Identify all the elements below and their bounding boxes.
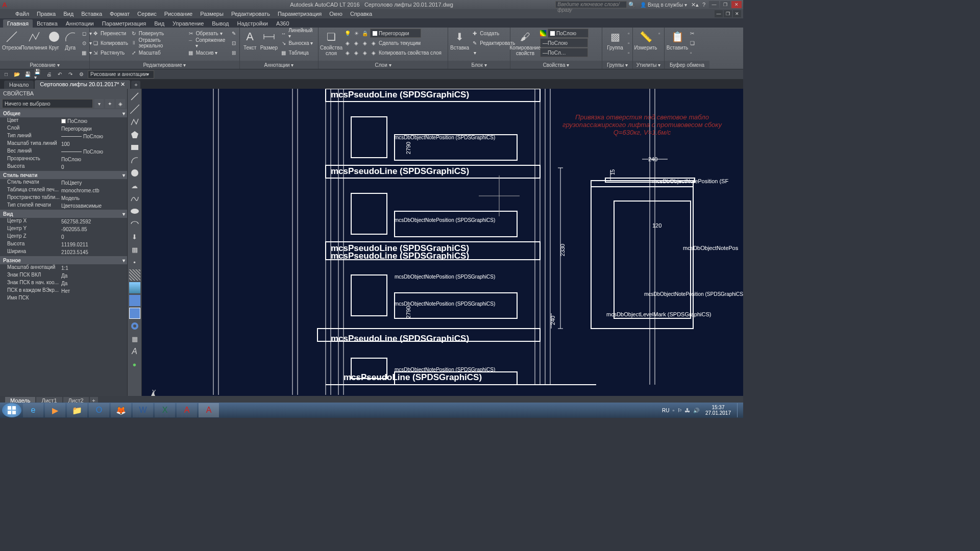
menu-insert[interactable]: Вставка <box>81 11 102 17</box>
array-button[interactable]: ▦Массив ▾ <box>187 48 228 57</box>
tab-param[interactable]: Параметризация <box>98 19 150 28</box>
prop-row[interactable]: Знак ПСК в нач. коо...Да <box>0 280 127 287</box>
prop-section-view[interactable]: Вид▾ <box>0 210 127 218</box>
taskbar-media[interactable]: ▶ <box>45 403 65 417</box>
lightbulb-icon[interactable]: 💡 <box>344 30 351 37</box>
taskbar-firefox[interactable]: 🦊 <box>111 403 131 417</box>
taskbar-explorer[interactable]: 📁 <box>67 403 87 417</box>
tool-region[interactable] <box>129 295 140 306</box>
prop-row[interactable]: Тип линийПоСлою <box>0 133 127 140</box>
block-edit-button[interactable]: ✎Редактировать <box>471 38 515 47</box>
tool-line[interactable] <box>129 91 140 102</box>
tool-xline[interactable] <box>129 104 140 115</box>
block-ext-button[interactable]: ▾ <box>471 48 515 57</box>
help-search-input[interactable]: Введите ключевое слово/фразу <box>555 1 627 8</box>
polyline-button[interactable]: Полилиния <box>23 29 45 51</box>
tool-ellipse[interactable] <box>129 206 140 217</box>
clip-cut[interactable]: ✂ <box>690 29 695 38</box>
doc-minimize-button[interactable]: — <box>715 10 723 17</box>
tab-annotate[interactable]: Аннотации <box>62 19 98 28</box>
util-ext[interactable]: ▫ <box>658 29 660 38</box>
leader-button[interactable]: ↘Выноска ▾ <box>280 38 316 47</box>
circle-button[interactable]: Круг <box>47 29 61 51</box>
tool-wipeout[interactable] <box>129 308 140 319</box>
prop-row[interactable]: СлойПерегородки <box>0 125 127 133</box>
workspace-icon[interactable]: ⚙ <box>77 70 85 79</box>
prop-row[interactable]: Центр Y-902055.85 <box>0 226 127 233</box>
modify-ext1[interactable]: ✎ <box>230 29 237 38</box>
fillet-button[interactable]: ⌒Сопряжение ▾ <box>187 38 228 47</box>
workspace-combo[interactable]: Рисование и аннотации ▾ <box>88 70 154 79</box>
maximize-button[interactable]: ❐ <box>720 1 730 8</box>
qat-open[interactable]: 📂 <box>13 70 21 79</box>
prop-row[interactable]: Вес линийПоСлою <box>0 148 127 156</box>
menu-draw[interactable]: Рисование <box>164 11 192 17</box>
tab-current-doc[interactable]: Сертолово лифты 20.01.2017* ✕ <box>35 80 130 89</box>
copy-button[interactable]: ❏Копировать <box>92 38 128 47</box>
tool-polygon[interactable] <box>129 129 140 140</box>
group-ext2[interactable]: ▫ <box>628 38 630 47</box>
move-button[interactable]: ✥Перенести <box>92 29 128 38</box>
panel-modify-title[interactable]: Редактирование ▾ <box>90 61 239 69</box>
help-icon[interactable]: ? <box>700 2 708 8</box>
menu-dims[interactable]: Размеры <box>200 11 224 17</box>
stretch-button[interactable]: ⇲Растянуть <box>92 48 128 57</box>
sun-icon[interactable]: ☀ <box>353 30 360 37</box>
arc-button[interactable]: Дуга <box>63 29 78 51</box>
drawing-area[interactable]: mcsPseudoLine (SPDSGraphiCS) mcsDbObject… <box>142 89 743 396</box>
menu-help[interactable]: Справка <box>350 11 372 17</box>
tab-a360[interactable]: A360 <box>272 19 293 28</box>
prop-section-general[interactable]: Общие▾ <box>0 109 127 117</box>
panel-props-title[interactable]: Свойства ▾ <box>510 61 602 69</box>
prop-row[interactable]: Тип стилей печатиЦветозависимые <box>0 202 127 210</box>
menu-param[interactable]: Параметризация <box>278 11 322 17</box>
prop-row[interactable]: Знак ПСК ВКЛДа <box>0 272 127 280</box>
menu-window[interactable]: Окно <box>329 11 342 17</box>
table-button[interactable]: ▦Таблица <box>280 48 316 57</box>
tool-gradient[interactable] <box>129 282 140 293</box>
search-icon[interactable]: 🔍 <box>628 2 636 8</box>
doc-restore-button[interactable]: ❐ <box>724 10 732 17</box>
tool-insert[interactable]: ⬇ <box>129 231 140 242</box>
taskbar-word[interactable]: W <box>133 403 153 417</box>
menu-file[interactable]: Файл <box>15 11 29 17</box>
menu-tools[interactable]: Сервис <box>137 11 157 17</box>
tool-table[interactable]: ▦ <box>129 333 140 344</box>
clip-copy[interactable]: ❏ <box>690 38 695 47</box>
prop-row[interactable]: Масштаб аннотаций1:1 <box>0 264 127 272</box>
group-ext3[interactable]: ▫ <box>628 48 630 57</box>
mirror-button[interactable]: ⦀Отразить зеркально <box>130 38 185 47</box>
prop-row[interactable]: ПрозрачностьПоСлою <box>0 156 127 163</box>
measure-button[interactable]: 📏Измерить <box>635 29 656 51</box>
lineweight-combo[interactable]: — ПоСлою <box>540 38 588 47</box>
layer-props-button[interactable]: ❏Свойства слоя <box>321 29 342 56</box>
tool-rect[interactable] <box>129 142 140 153</box>
qat-undo[interactable]: ↶ <box>56 70 64 79</box>
tool-ellipsearc[interactable] <box>129 218 140 230</box>
prop-row[interactable]: Центр Z0 <box>0 233 127 241</box>
taskbar-ie[interactable]: e <box>23 403 43 417</box>
pickadd-button[interactable]: ✦ <box>105 99 114 108</box>
tool-arc[interactable] <box>129 155 140 166</box>
linetype-combo[interactable]: — ПоСл… <box>540 48 588 57</box>
exchange-icon[interactable]: ✕▴ <box>691 2 699 8</box>
qat-redo[interactable]: ↷ <box>66 70 75 79</box>
prop-row[interactable]: Пространство табли...Модель <box>0 194 127 202</box>
clip-ext[interactable]: ▫ <box>690 48 695 57</box>
linear-button[interactable]: ↔Линейный ▾ <box>280 29 316 38</box>
doc-close-button[interactable]: ✕ <box>733 10 741 17</box>
panel-utils-title[interactable]: Утилиты ▾ <box>633 61 664 69</box>
prop-section-misc[interactable]: Разное▾ <box>0 256 127 264</box>
lock-icon[interactable]: 🔒 <box>361 30 369 37</box>
login-button[interactable]: 👤 Вход в службы ▾ <box>640 2 687 8</box>
add-tab-button[interactable]: + <box>131 81 140 89</box>
qat-saveas[interactable]: 💾▾ <box>34 70 42 79</box>
trim-button[interactable]: ✂Обрезать ▾ <box>187 29 228 38</box>
taskbar-acrobat[interactable]: A <box>177 403 197 417</box>
color-combo[interactable]: ПоСлою <box>548 29 589 38</box>
tool-hatch[interactable] <box>129 269 140 281</box>
prop-section-plot[interactable]: Стиль печати▾ <box>0 171 127 179</box>
tool-point[interactable]: • <box>129 257 140 268</box>
line-button[interactable]: Отрезок <box>2 29 21 51</box>
panel-anno-title[interactable]: Аннотации ▾ <box>240 61 318 69</box>
